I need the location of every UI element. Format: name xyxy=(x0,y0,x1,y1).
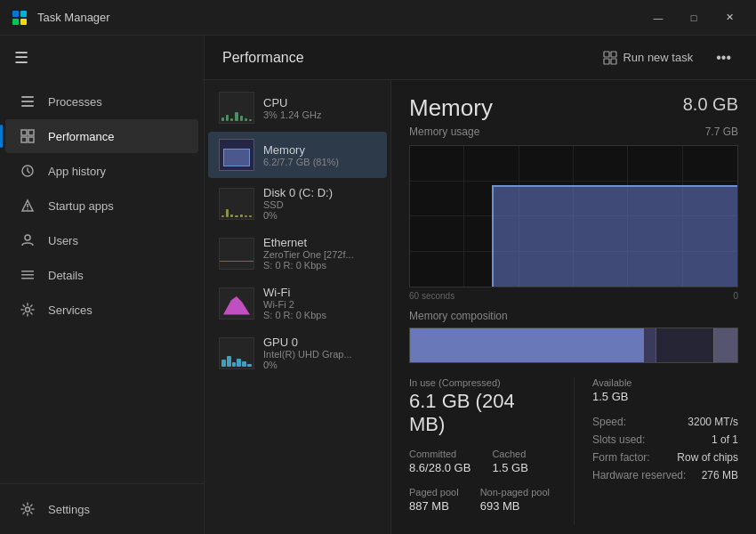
svg-rect-22 xyxy=(604,59,609,64)
memory-usage-value: 7.7 GB xyxy=(705,125,738,138)
stats-grid: In use (Compressed) 6.1 GB (204 MB) Comm… xyxy=(409,377,738,525)
device-item-ethernet[interactable]: Ethernet ZeroTier One [272f... S: 0 R: 0… xyxy=(208,229,387,278)
titlebar: Task Manager — □ ✕ xyxy=(0,0,756,36)
comp-right-block xyxy=(713,328,737,362)
gpu-name: GPU 0 xyxy=(263,336,376,349)
sidebar-item-label-app-history: App history xyxy=(48,165,106,178)
app-history-icon xyxy=(20,163,36,179)
header-actions: Run new task ••• xyxy=(594,44,738,71)
svg-rect-23 xyxy=(611,59,616,64)
wifi-sub2: S: 0 R: 0 Kbps xyxy=(263,310,376,320)
memory-graph xyxy=(409,145,738,287)
speed-key: Speed: xyxy=(592,416,626,428)
main-header: Performance Run new task ••• xyxy=(205,36,756,80)
form-row: Form factor: Row of chips xyxy=(592,451,738,464)
in-use-label: In use (Compressed) xyxy=(409,377,556,388)
main-content: Performance Run new task ••• xyxy=(205,36,756,534)
content-area: CPU 3% 1.24 GHz Memory 6.2/7.7 GB (81%) xyxy=(205,80,756,534)
sidebar-item-performance[interactable]: Performance xyxy=(5,119,198,153)
sidebar-item-label-performance: Performance xyxy=(48,130,114,143)
processes-icon xyxy=(20,93,36,109)
close-button[interactable]: ✕ xyxy=(713,4,745,31)
sidebar-nav: Processes Performance xyxy=(0,80,204,483)
in-use-stat: In use (Compressed) 6.1 GB (204 MB) xyxy=(409,377,556,436)
run-new-task-button[interactable]: Run new task xyxy=(594,45,702,70)
sidebar-item-services[interactable]: Services xyxy=(5,293,198,327)
svg-rect-10 xyxy=(28,137,34,142)
committed-stat: Committed 8.6/28.0 GB xyxy=(409,449,470,474)
memory-panel: Memory 8.0 GB Memory usage 7.7 GB xyxy=(391,80,756,534)
cpu-info: CPU 3% 1.24 GHz xyxy=(263,96,376,120)
cached-label: Cached xyxy=(492,449,527,459)
svg-rect-4 xyxy=(21,96,34,98)
window-controls: — □ ✕ xyxy=(642,4,745,31)
sidebar-footer: Settings xyxy=(0,483,204,534)
available-label: Available xyxy=(592,377,631,388)
cached-stat: Cached 1.5 GB xyxy=(492,449,527,474)
svg-rect-20 xyxy=(604,52,609,57)
comp-in-use xyxy=(410,328,644,362)
sidebar-item-processes[interactable]: Processes xyxy=(5,85,198,118)
disk-sub2: 0% xyxy=(263,210,376,221)
device-item-memory[interactable]: Memory 6.2/7.7 GB (81%) xyxy=(208,132,387,178)
speed-row: Speed: 3200 MT/s xyxy=(592,416,738,428)
maximize-button[interactable]: □ xyxy=(678,4,710,31)
in-use-value: 6.1 GB (204 MB) xyxy=(409,390,556,436)
svg-rect-8 xyxy=(28,130,34,135)
svg-rect-3 xyxy=(20,19,27,25)
memory-title: Memory xyxy=(409,94,493,122)
run-new-task-label: Run new task xyxy=(623,51,693,64)
wifi-sub: Wi-Fi 2 xyxy=(263,299,376,310)
device-list: CPU 3% 1.24 GHz Memory 6.2/7.7 GB (81%) xyxy=(205,80,391,534)
composition-bar xyxy=(409,328,738,363)
device-item-cpu[interactable]: CPU 3% 1.24 GHz xyxy=(208,85,387,131)
non-paged-value: 693 MB xyxy=(480,499,550,513)
sidebar-item-users[interactable]: Users xyxy=(5,223,198,257)
disk-sub1: SSD xyxy=(263,199,376,210)
device-item-disk0[interactable]: Disk 0 (C: D:) SSD 0% xyxy=(208,179,387,228)
svg-rect-16 xyxy=(21,274,34,276)
device-item-wifi[interactable]: Wi-Fi Wi-Fi 2 S: 0 R: 0 Kbps xyxy=(208,279,387,328)
paged-stat: Paged pool 887 MB xyxy=(409,487,459,513)
wifi-name: Wi-Fi xyxy=(263,286,376,299)
device-item-gpu0[interactable]: GPU 0 Intel(R) UHD Grap... 0% xyxy=(208,328,387,377)
form-key: Form factor: xyxy=(592,451,650,464)
hamburger-icon[interactable]: ☰ xyxy=(14,48,28,68)
svg-point-14 xyxy=(25,235,30,240)
settings-icon xyxy=(20,501,36,517)
page-title: Performance xyxy=(222,50,304,66)
more-icon: ••• xyxy=(716,50,731,65)
minimize-button[interactable]: — xyxy=(642,4,674,31)
sidebar-item-label-processes: Processes xyxy=(48,95,102,109)
ethernet-name: Ethernet xyxy=(263,236,376,249)
non-paged-label: Non-paged pool xyxy=(480,487,550,498)
sidebar-item-startup-apps[interactable]: Startup apps xyxy=(5,189,198,222)
sidebar-item-label-users: Users xyxy=(48,234,78,247)
users-icon xyxy=(20,232,36,248)
cpu-sub: 3% 1.24 GHz xyxy=(263,109,376,120)
sidebar-item-app-history[interactable]: App history xyxy=(5,154,198,188)
gpu-chart xyxy=(219,337,254,369)
disk-name: Disk 0 (C: D:) xyxy=(263,186,376,199)
sidebar-item-settings[interactable]: Settings xyxy=(5,492,198,526)
services-icon xyxy=(20,302,36,318)
svg-rect-9 xyxy=(21,137,27,142)
sidebar-item-label-details: Details xyxy=(48,269,84,282)
graph-left-label: 60 seconds xyxy=(409,291,454,301)
cpu-chart xyxy=(219,92,254,124)
sidebar-item-details[interactable]: Details xyxy=(5,258,198,292)
disk-info: Disk 0 (C: D:) SSD 0% xyxy=(263,186,376,221)
app-icon xyxy=(11,9,28,27)
committed-label: Committed xyxy=(409,449,470,459)
more-options-button[interactable]: ••• xyxy=(709,44,738,71)
ethernet-sub: ZeroTier One [272f... xyxy=(263,249,376,260)
graph-right-label: 0 xyxy=(733,291,738,301)
disk-chart xyxy=(219,188,254,220)
info-rows: Speed: 3200 MT/s Slots used: 1 of 1 Form… xyxy=(592,416,738,481)
app-title: Task Manager xyxy=(37,11,110,24)
graph-labels: 60 seconds 0 xyxy=(409,291,738,301)
wifi-info: Wi-Fi Wi-Fi 2 S: 0 R: 0 Kbps xyxy=(263,286,376,320)
slots-row: Slots used: 1 of 1 xyxy=(592,433,738,446)
memory-sub: 6.2/7.7 GB (81%) xyxy=(263,157,376,167)
memory-fill xyxy=(492,185,737,287)
